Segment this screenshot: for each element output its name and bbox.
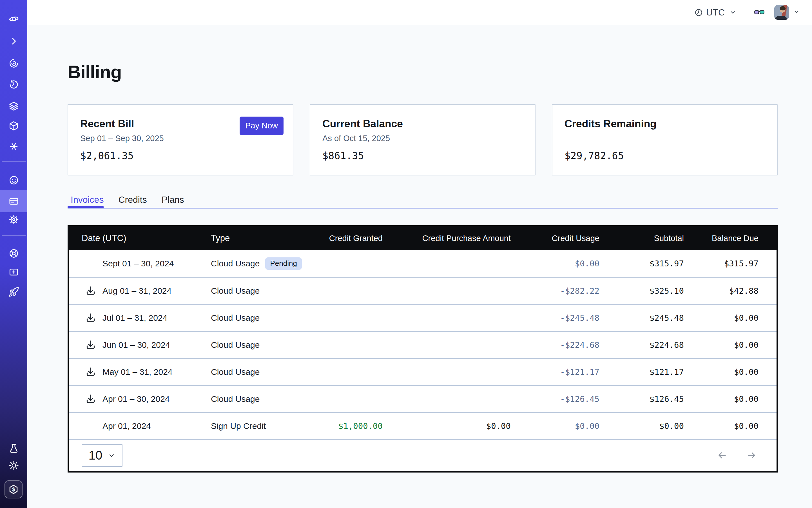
tab-plans[interactable]: Plans <box>159 194 187 206</box>
col-header-subtotal: Subtotal <box>599 234 684 243</box>
next-page-arrow[interactable] <box>747 451 756 460</box>
invoice-type: Cloud Usage <box>211 340 260 350</box>
col-header-balance-due: Balance Due <box>684 234 759 243</box>
sidebar-item-layers[interactable] <box>0 101 27 112</box>
previous-page-arrow[interactable] <box>717 451 727 460</box>
download-icon[interactable] <box>85 393 96 405</box>
credit-usage: -$126.45 <box>511 394 599 404</box>
clock-icon <box>694 8 703 17</box>
recent-bill-card: Recent Bill Sep 01 – Sep 30, 2025 $2,061… <box>68 104 293 175</box>
sidebar-item-add-monitor[interactable] <box>0 267 27 278</box>
sidebar-item-getting-started[interactable] <box>0 287 27 297</box>
balance-due: $0.00 <box>684 313 759 323</box>
chevron-right-icon <box>8 36 19 46</box>
invoice-type: Cloud Usage <box>211 367 260 377</box>
chevron-down-icon <box>729 9 736 16</box>
cube-icon <box>8 121 19 131</box>
download-icon[interactable] <box>85 285 96 297</box>
sidebar-item-logo[interactable] <box>0 13 27 24</box>
subtotal: $315.97 <box>599 259 684 268</box>
smiley-icon <box>8 175 19 185</box>
tab-credits[interactable]: Credits <box>115 194 150 206</box>
chevron-down-icon <box>793 8 800 15</box>
rocket-icon <box>8 287 19 297</box>
page-size-select[interactable]: 10 <box>82 444 123 467</box>
table-row: Aug 01 – 31, 2024 Cloud Usage -$282.22 $… <box>69 277 776 304</box>
sidebar-item-labs[interactable] <box>0 443 27 454</box>
credit-purchase-amount: $0.00 <box>383 421 511 431</box>
credit-usage: -$282.22 <box>511 286 599 296</box>
sidebar-item-deployments[interactable] <box>0 121 27 131</box>
sidebar-item-settings[interactable] <box>0 214 27 225</box>
timezone-dropdown[interactable]: UTC <box>694 7 736 18</box>
invoice-type: Cloud Usage <box>211 286 260 296</box>
invoice-date: Sept 01 – 30, 2024 <box>102 259 174 268</box>
card-title: Credits Remaining <box>564 117 656 131</box>
tab-invoices[interactable]: Invoices <box>68 194 107 206</box>
balance-due: $0.00 <box>684 340 759 350</box>
subtotal: $224.68 <box>599 340 684 350</box>
table-row: Sept 01 – 30, 2024 Cloud UsagePending $0… <box>69 250 776 277</box>
current-balance-card: Current Balance As of Oct 15, 2025 $861.… <box>310 104 536 175</box>
table-row: Jul 01 – 31, 2024 Cloud Usage -$245.48 $… <box>69 304 776 331</box>
card-amount: $861.35 <box>323 149 364 162</box>
chevron-down-icon <box>108 452 116 459</box>
invoices-table: Date (UTC) Type Credit Granted Credit Pu… <box>68 225 778 472</box>
active-tab-underline <box>68 206 103 208</box>
balance-due: $0.00 <box>684 367 759 377</box>
asterisk-icon <box>8 141 19 152</box>
billing-tabs: Invoices Credits Plans <box>68 194 778 209</box>
table-row: Jun 01 – 30, 2024 Cloud Usage -$224.68 $… <box>69 331 776 358</box>
invoice-type: Sign Up Credit <box>211 421 266 431</box>
sidebar-item-schedules[interactable] <box>0 79 27 90</box>
svg-text:$: $ <box>12 486 15 492</box>
credit-card-icon <box>8 196 19 207</box>
goggles-icon <box>754 8 765 16</box>
avatar[interactable] <box>774 5 789 20</box>
sidebar-item-nexus[interactable] <box>0 141 27 152</box>
col-header-date: Date (UTC) <box>69 233 211 243</box>
download-icon[interactable] <box>85 312 96 324</box>
lifebuoy-icon <box>8 248 19 259</box>
download-icon[interactable] <box>85 366 96 378</box>
balance-due: $0.00 <box>684 394 759 404</box>
col-header-credit-usage: Credit Usage <box>511 234 599 243</box>
invoice-date: Aug 01 – 31, 2024 <box>102 286 171 296</box>
account-menu-button[interactable] <box>793 8 800 16</box>
invoice-date: May 01 – 31, 2024 <box>102 367 173 377</box>
credit-granted: $1,000.00 <box>308 421 383 431</box>
sidebar-item-namespaces[interactable] <box>0 58 27 69</box>
flask-icon <box>8 443 19 454</box>
col-header-credit-granted: Credit Granted <box>308 234 383 243</box>
card-subtitle: Sep 01 – Sep 30, 2025 <box>80 133 164 143</box>
download-icon[interactable] <box>85 339 96 350</box>
sidebar-divider <box>2 235 26 236</box>
subtotal: $126.45 <box>599 394 684 404</box>
status-badge: Pending <box>265 257 302 270</box>
sidebar-divider <box>2 161 26 162</box>
sidebar-item-collapse[interactable] <box>0 36 27 46</box>
sidebar-item-help[interactable] <box>0 248 27 259</box>
sidebar-item-theme[interactable] <box>0 460 27 471</box>
card-amount: $2,061.35 <box>80 149 134 162</box>
coin-dollar-icon: $ <box>8 484 19 495</box>
feedback-goggles-button[interactable] <box>754 8 765 16</box>
sidebar-item-billing[interactable] <box>0 196 27 207</box>
main-content: Billing Recent Bill Sep 01 – Sep 30, 202… <box>27 26 812 508</box>
invoice-date: Jul 01 – 31, 2024 <box>102 313 167 323</box>
card-subtitle: As of Oct 15, 2025 <box>323 133 390 143</box>
history-clock-icon <box>8 79 19 90</box>
sidebar-item-usage[interactable]: $ <box>4 480 23 499</box>
pay-now-button[interactable]: Pay Now <box>240 117 284 135</box>
sidebar-item-support[interactable] <box>0 175 27 185</box>
card-title: Current Balance <box>323 117 403 131</box>
credit-usage: $0.00 <box>511 259 599 268</box>
orbit-icon <box>8 58 19 69</box>
table-row: May 01 – 31, 2024 Cloud Usage -$121.17 $… <box>69 358 776 385</box>
invoice-type: Cloud Usage <box>211 394 260 404</box>
balance-due: $315.97 <box>684 259 759 268</box>
subtotal: $245.48 <box>599 313 684 323</box>
page-title: Billing <box>68 61 122 83</box>
balance-due: $42.88 <box>684 286 759 296</box>
credit-usage: $0.00 <box>511 421 599 431</box>
